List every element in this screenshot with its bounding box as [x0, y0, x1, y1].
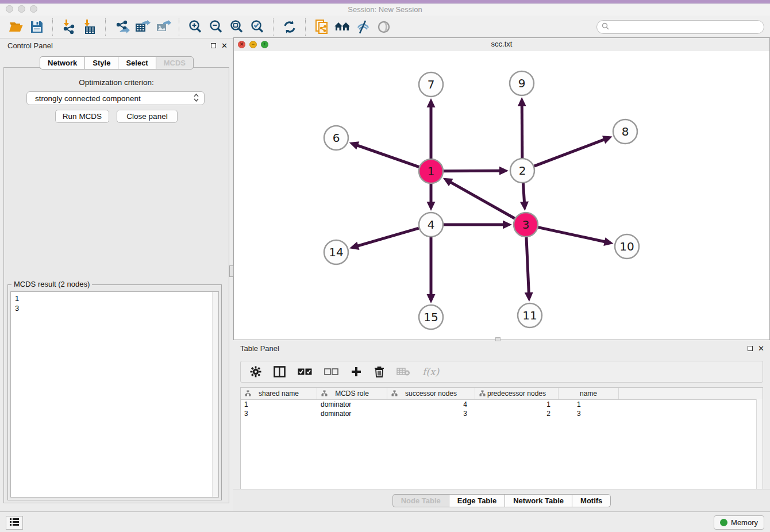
- table-row[interactable]: 3dominator323: [241, 409, 763, 418]
- run-mcds-button[interactable]: Run MCDS: [55, 110, 109, 123]
- show-eye-icon: [376, 20, 391, 34]
- close-panel-icon[interactable]: ✕: [221, 43, 228, 49]
- graph-node-2[interactable]: 2: [510, 159, 534, 183]
- deselect-all-rows-icon[interactable]: [324, 368, 338, 375]
- float-panel-icon[interactable]: [748, 346, 753, 351]
- graph-node-4[interactable]: 4: [419, 213, 443, 237]
- graph-edge-3-11[interactable]: [525, 237, 533, 302]
- hide-selected-button[interactable]: [353, 17, 374, 37]
- graph-node-11[interactable]: 11: [518, 303, 542, 327]
- tab-motifs[interactable]: Motifs: [572, 494, 611, 507]
- graph-node-9[interactable]: 9: [510, 71, 534, 95]
- graph-edge-1-6[interactable]: [349, 141, 419, 167]
- column-visibility-icon[interactable]: [274, 366, 286, 377]
- column-header-shared-name[interactable]: shared name: [241, 388, 317, 399]
- task-history-button[interactable]: [6, 516, 23, 530]
- zoom-selected-button[interactable]: [247, 17, 268, 37]
- graph-edge-4-3[interactable]: [444, 221, 512, 229]
- delete-column-icon[interactable]: [374, 366, 384, 378]
- graph-edge-3-1[interactable]: [443, 178, 515, 218]
- node-table: shared nameMCDS rolesuccessor nodesprede…: [240, 387, 763, 489]
- import-network-button[interactable]: [59, 17, 79, 37]
- graph-edge-4-14[interactable]: [349, 228, 419, 250]
- select-all-rows-icon[interactable]: [298, 368, 312, 375]
- column-header-predecessor-nodes[interactable]: predecessor nodes: [475, 388, 559, 399]
- optimization-select[interactable]: strongly connected component: [26, 91, 205, 105]
- memory-button[interactable]: Memory: [714, 515, 764, 530]
- show-all-button[interactable]: [374, 17, 394, 37]
- graph-node-15[interactable]: 15: [419, 305, 443, 329]
- horizontal-divider-handle[interactable]: [495, 337, 500, 341]
- first-neighbors-button[interactable]: [332, 17, 353, 37]
- graph-edge-2-9[interactable]: [518, 97, 526, 158]
- toolbar-separator: [52, 18, 53, 36]
- zoom-fit-button[interactable]: [226, 17, 247, 37]
- tab-network[interactable]: Network: [40, 56, 84, 70]
- function-builder-icon: f(x): [422, 366, 439, 377]
- table-panel-footer: Node TableEdge TableNetwork TableMotifs: [233, 489, 770, 511]
- column-header-successor-nodes[interactable]: successor nodes: [387, 388, 475, 399]
- float-panel-icon[interactable]: [211, 43, 216, 48]
- graph-node-3[interactable]: 3: [514, 213, 538, 237]
- zoom-in-button[interactable]: [185, 17, 206, 37]
- tab-select[interactable]: Select: [118, 56, 155, 70]
- network-minimize-button[interactable]: −: [249, 41, 257, 48]
- graph-edge-1-2[interactable]: [444, 167, 509, 175]
- table-panel-tabs: Node TableEdge TableNetwork TableMotifs: [233, 494, 770, 507]
- network-maximize-button[interactable]: +: [261, 41, 268, 48]
- svg-text:14: 14: [329, 245, 343, 259]
- save-session-button[interactable]: [26, 17, 47, 37]
- add-column-icon[interactable]: [351, 366, 362, 377]
- graph-node-8[interactable]: 8: [613, 119, 637, 144]
- select-stepper-icon: [193, 93, 199, 104]
- graph-edge-3-10[interactable]: [538, 228, 614, 246]
- graph-node-1[interactable]: 1: [419, 159, 443, 183]
- clone-network-button[interactable]: [311, 17, 332, 37]
- memory-status-icon: [720, 519, 727, 526]
- open-session-button[interactable]: [6, 17, 26, 37]
- export-table-button[interactable]: [132, 17, 153, 37]
- zoom-fit-icon: [229, 20, 244, 34]
- tab-node-table[interactable]: Node Table: [392, 494, 449, 507]
- tab-network-table[interactable]: Network Table: [505, 494, 572, 507]
- apply-layout-button[interactable]: [279, 17, 300, 37]
- graph-edge-4-15[interactable]: [427, 237, 436, 303]
- graph-edge-2-3[interactable]: [520, 183, 529, 211]
- tab-edge-table[interactable]: Edge Table: [449, 494, 505, 507]
- graph-node-14[interactable]: 14: [324, 240, 348, 264]
- graph-edge-1-7[interactable]: [427, 98, 436, 159]
- graph-edge-1-4[interactable]: [427, 184, 436, 211]
- tab-style[interactable]: Style: [84, 56, 118, 70]
- svg-text:10: 10: [619, 240, 634, 253]
- table-scrollbar[interactable]: [756, 399, 763, 489]
- network-close-button[interactable]: ✕: [238, 41, 245, 48]
- column-header-MCDS-role[interactable]: MCDS role: [317, 388, 387, 399]
- tab-mcds[interactable]: MCDS: [156, 56, 194, 70]
- open-folder-icon: [9, 20, 24, 34]
- export-image-button[interactable]: [153, 17, 174, 37]
- table-row[interactable]: 1dominator411: [241, 400, 763, 409]
- export-network-button[interactable]: [111, 17, 132, 37]
- close-window-button[interactable]: [6, 5, 13, 13]
- column-header-name[interactable]: name: [559, 388, 619, 399]
- result-scrollbar[interactable]: [212, 292, 218, 497]
- close-panel-button[interactable]: Close panel: [117, 110, 178, 123]
- memory-label: Memory: [731, 518, 758, 527]
- network-canvas[interactable]: 7968124314101511: [234, 51, 769, 340]
- vertical-divider-handle[interactable]: [229, 265, 234, 277]
- search-input[interactable]: [612, 22, 759, 32]
- close-panel-icon[interactable]: ✕: [758, 345, 764, 352]
- mcds-result-area[interactable]: 1 3: [10, 291, 219, 498]
- graph-node-6[interactable]: 6: [324, 126, 348, 150]
- graph-edge-2-8[interactable]: [534, 136, 613, 166]
- mcds-result-text: 1 3: [11, 292, 212, 497]
- graph-node-7[interactable]: 7: [419, 72, 443, 97]
- zoom-window-button[interactable]: [30, 5, 37, 13]
- zoom-out-button[interactable]: [206, 17, 226, 37]
- settings-gear-icon[interactable]: [250, 366, 261, 377]
- network-view-titlebar[interactable]: ✕ − + scc.txt: [234, 38, 769, 52]
- minimize-window-button[interactable]: [18, 5, 25, 13]
- graph-node-10[interactable]: 10: [615, 234, 639, 259]
- import-table-button[interactable]: [79, 17, 100, 37]
- table-header-row: shared nameMCDS rolesuccessor nodesprede…: [241, 388, 763, 400]
